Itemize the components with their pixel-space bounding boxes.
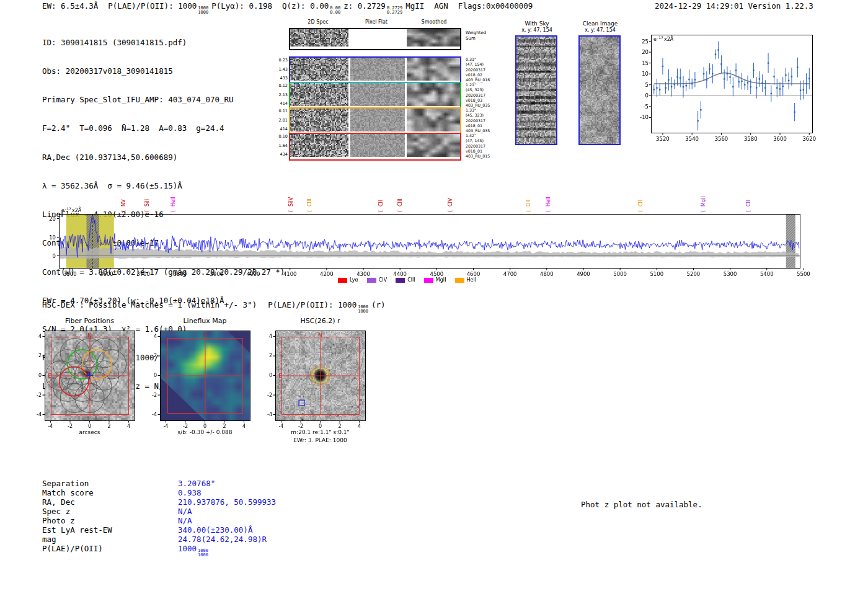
legend-label: MgII (436, 277, 446, 283)
spec2d-strip-canvas (290, 134, 348, 157)
spec2d-row-fiber-1 (289, 56, 461, 84)
pixel-flat-strip-canvas (350, 58, 405, 81)
fiber-2-left-labels: 0.122.13414 (272, 83, 288, 106)
match-row-separation: Separation3.20768" (42, 479, 215, 488)
match-plae-interval: 10001000 (198, 549, 208, 558)
hsc-match-line: HSC-DEX : Possible Matches = 1 (within +… (42, 300, 386, 314)
spec2d-row-weighted (289, 28, 461, 50)
plae-poii-interval: 10001000 (198, 6, 208, 15)
match-row-plae: P(LAE)/P(OII)100010001000 (42, 544, 211, 558)
info-line: ID: 3090141815 (3090141815.pdf) (42, 38, 285, 47)
match-row-radec: RA, Dec210.937876, 50.599933 (42, 497, 276, 507)
line-id-label: MgII (405, 1, 424, 11)
legend-label: CIII (407, 277, 415, 283)
pixel-flat-strip-canvas (350, 109, 405, 131)
col-title-smoothed: Smoothed (405, 19, 463, 25)
lineflux-map-title: Lineflux Map (160, 317, 250, 325)
full-spectrum-plot (34, 184, 815, 289)
clean-image-panel (578, 35, 621, 145)
col-title-pixel-flat: Pixel Flat (349, 19, 404, 25)
fiber-positions-cutout (24, 327, 141, 434)
timestamp-version: 2024-12-29 14:29:01 Version 1.22.3 (655, 1, 813, 11)
hsc-image-cutout (254, 327, 372, 434)
hsc-match-text: HSC-DEX : Possible Matches = 1 (within +… (42, 300, 257, 309)
fiber-positions-xlabel: arcsecs (35, 429, 144, 435)
fiber-3-left-labels: 0.112.01414 (272, 109, 288, 131)
fiber-positions-title: Fiber Positions (45, 317, 135, 325)
ew-value: EW: 6.5±4.3Å (42, 1, 98, 11)
clean-image-coords: x, y: 47, 154 (575, 27, 625, 33)
legend-swatch (424, 278, 433, 283)
z-interval: 0.27290.2729 (387, 6, 402, 15)
legend-item: CIII (396, 277, 415, 283)
spectrum-legend: Lyα CIV CIII MgII HeII (338, 277, 476, 283)
info-line: Primary Spec_Slot_IFU_AMP: 403_074_070_R… (42, 95, 285, 104)
legend-swatch (455, 278, 464, 283)
hsc-mag-caption: m:20.1 re:1.1" s:0.1" (266, 429, 374, 435)
plya-value: P(Lyα): 0.198 (211, 1, 272, 11)
col-title-2d-spec: 2D Spec (289, 19, 347, 25)
legend-label: Lyα (350, 277, 358, 283)
match-row-photoz: Photo zN/A (42, 516, 192, 525)
match-row-score: Match score0.938 (42, 488, 202, 497)
photz-note: Phot z plot not available. (581, 500, 702, 509)
smoothed-strip-canvas (407, 58, 460, 81)
flags-value: Flags:0x00400009 (458, 1, 533, 11)
clean-image-title: Clean Image (575, 20, 625, 27)
spec2d-row-fiber-2 (289, 82, 461, 110)
match-row-mag: mag24.78(24.62,24.98)R (42, 535, 267, 544)
hsc-plae-interval: 10001000 (358, 305, 368, 314)
plae-poii-label: P(LAE)/P(OII): 1000 (108, 1, 197, 11)
spec2d-row-fiber-4 (289, 133, 461, 161)
spec2d-strip-canvas (290, 109, 348, 131)
fiber-1-left-labels: 0.231.43433 (272, 58, 288, 81)
legend-item: CIV (367, 277, 387, 283)
fiber-4-annotation: 1.42"(47, 145)20200317v018_01403_RU_015 (466, 133, 510, 159)
legend-item: HeII (455, 277, 477, 283)
header-line: EW: 6.5±4.3ÅP(LAE)/P(OII): 100010001000P… (42, 1, 533, 15)
clean-image (580, 37, 619, 144)
hsc-plae-label: P(LAE)/P(OII): 1000 (268, 300, 356, 309)
with-sky-image (516, 37, 556, 144)
spec2d-strip-canvas (290, 58, 348, 81)
legend-swatch (367, 278, 376, 283)
z-value: z: 0.2729 (343, 1, 386, 11)
fiber-4-left-labels: 0.101.64434 (272, 134, 288, 157)
legend-item: Lyα (338, 277, 358, 283)
legend-swatch (338, 278, 347, 283)
hsc-band-suffix: (r) (371, 300, 386, 309)
match-row-restew: Est LyA rest-EW340.00(±230.00)Å (42, 525, 252, 535)
line-fit-plot (637, 30, 817, 148)
legend-swatch (396, 278, 405, 283)
lineflux-map-cutout (139, 327, 257, 434)
smoothed-strip-canvas (407, 134, 460, 157)
qz-value: Q(z): 0.00 (282, 1, 329, 11)
elixer-report-page: EW: 6.5±4.3ÅP(LAE)/P(OII): 100010001000P… (0, 0, 868, 591)
spec2d-strip-canvas (290, 29, 348, 47)
fiber-1-annotation: 0.31"(47, 154)20200317v018_02403_RU_016 (466, 57, 510, 82)
hsc-ewr-plae-caption: EWr: 3. PLAE: 1000 (266, 437, 374, 443)
fiber-2-annotation: 1.21"(45, 323)20200317v018_03403_RU_035 (466, 82, 510, 108)
info-line: RA,Dec (210.937134,50.600689) (42, 153, 285, 162)
with-sky-title: With Sky (513, 20, 560, 27)
smoothed-strip-canvas (407, 29, 460, 47)
smoothed-strip-canvas (407, 109, 460, 131)
weighted-sum-label: Weighted Sum (466, 30, 486, 41)
legend-label: HeII (467, 277, 477, 283)
lineflux-sb-caption: s/b: -0.30 +/- 0.088 (151, 429, 259, 435)
spec2d-row-fiber-3 (289, 107, 461, 135)
qz-interval: 0.000.00 (330, 6, 340, 15)
agn-flag: AGN (434, 1, 448, 11)
pixel-flat-strip-canvas (350, 83, 405, 106)
spec2d-strip-canvas (290, 83, 348, 106)
legend-label: CIV (379, 277, 387, 283)
smoothed-strip-canvas (407, 83, 460, 106)
match-row-specz: Spec zN/A (42, 507, 192, 516)
fiber-3-annotation: 1.33"(45, 323)20200317v018_01403_RU_035 (466, 108, 510, 133)
info-line: F=2.4" T=0.096 N̄=1.28 A=0.83 g=24.4 (42, 123, 285, 133)
hsc-cutout-title: HSC(26.2) r (275, 317, 365, 325)
info-line: Obs: 20200317v018_3090141815 (42, 66, 285, 76)
with-sky-panel (515, 35, 557, 145)
pixel-flat-strip-canvas (350, 134, 405, 157)
legend-item: MgII (424, 277, 446, 283)
